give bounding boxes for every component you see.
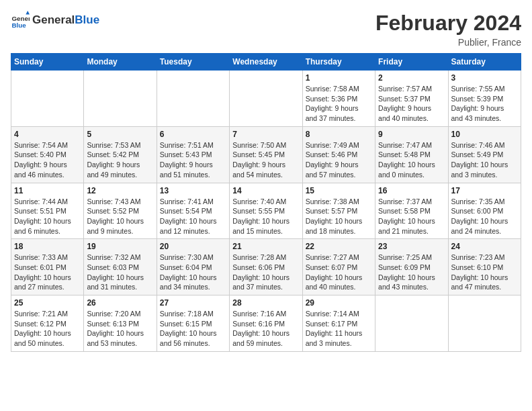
day-detail: Sunrise: 7:33 AM Sunset: 6:01 PM Dayligh… [14, 253, 81, 292]
day-number: 24 [451, 242, 518, 251]
col-friday: Friday [375, 54, 448, 71]
table-row: 27Sunrise: 7:18 AM Sunset: 6:15 PM Dayli… [157, 295, 229, 352]
col-monday: Monday [84, 54, 157, 71]
day-number: 4 [14, 130, 81, 139]
col-sunday: Sunday [11, 54, 84, 71]
day-number: 28 [232, 298, 299, 308]
table-row: 28Sunrise: 7:16 AM Sunset: 6:16 PM Dayli… [230, 295, 302, 352]
day-detail: Sunrise: 7:14 AM Sunset: 6:17 PM Dayligh… [306, 309, 372, 349]
day-detail: Sunrise: 7:41 AM Sunset: 5:54 PM Dayligh… [160, 197, 226, 236]
day-number: 23 [378, 242, 445, 251]
table-row: 26Sunrise: 7:20 AM Sunset: 6:13 PM Dayli… [84, 295, 157, 352]
day-number: 27 [160, 298, 226, 308]
day-detail: Sunrise: 7:21 AM Sunset: 6:12 PM Dayligh… [14, 309, 81, 349]
table-row: 24Sunrise: 7:23 AM Sunset: 6:10 PM Dayli… [448, 239, 521, 295]
table-row: 6Sunrise: 7:51 AM Sunset: 5:43 PM Daylig… [157, 126, 229, 183]
day-number: 25 [14, 298, 81, 308]
day-detail: Sunrise: 7:20 AM Sunset: 6:13 PM Dayligh… [87, 309, 153, 349]
table-row [11, 71, 84, 127]
day-number: 5 [87, 130, 153, 139]
svg-text:Blue: Blue [11, 21, 26, 29]
table-row: 9Sunrise: 7:47 AM Sunset: 5:48 PM Daylig… [375, 126, 448, 183]
day-detail: Sunrise: 7:47 AM Sunset: 5:48 PM Dayligh… [378, 140, 445, 180]
table-row: 18Sunrise: 7:33 AM Sunset: 6:01 PM Dayli… [11, 239, 84, 295]
logo: General Blue GeneralBlue [11, 11, 99, 30]
day-number: 21 [232, 242, 299, 251]
table-row: 15Sunrise: 7:38 AM Sunset: 5:57 PM Dayli… [302, 183, 375, 239]
table-row: 23Sunrise: 7:25 AM Sunset: 6:09 PM Dayli… [375, 239, 448, 295]
day-detail: Sunrise: 7:55 AM Sunset: 5:39 PM Dayligh… [451, 84, 518, 124]
table-row [375, 295, 448, 352]
day-number: 15 [306, 186, 372, 195]
table-row [157, 71, 229, 127]
calendar-week-row: 18Sunrise: 7:33 AM Sunset: 6:01 PM Dayli… [11, 239, 521, 295]
day-detail: Sunrise: 7:54 AM Sunset: 5:40 PM Dayligh… [14, 140, 81, 180]
day-detail: Sunrise: 7:50 AM Sunset: 5:45 PM Dayligh… [232, 140, 299, 180]
col-wednesday: Wednesday [230, 54, 302, 71]
table-row: 16Sunrise: 7:37 AM Sunset: 5:58 PM Dayli… [375, 183, 448, 239]
day-number: 19 [87, 242, 153, 251]
day-number: 11 [14, 186, 81, 195]
table-row: 2Sunrise: 7:57 AM Sunset: 5:37 PM Daylig… [375, 71, 448, 127]
day-number: 13 [160, 186, 226, 195]
col-thursday: Thursday [302, 54, 375, 71]
table-row: 20Sunrise: 7:30 AM Sunset: 6:04 PM Dayli… [157, 239, 229, 295]
calendar-header-row: Sunday Monday Tuesday Wednesday Thursday… [11, 54, 521, 71]
table-row: 1Sunrise: 7:58 AM Sunset: 5:36 PM Daylig… [302, 71, 375, 127]
day-number: 17 [451, 186, 518, 195]
day-detail: Sunrise: 7:46 AM Sunset: 5:49 PM Dayligh… [451, 140, 518, 180]
day-detail: Sunrise: 7:51 AM Sunset: 5:43 PM Dayligh… [160, 140, 226, 180]
table-row: 7Sunrise: 7:50 AM Sunset: 5:45 PM Daylig… [230, 126, 302, 183]
day-detail: Sunrise: 7:49 AM Sunset: 5:46 PM Dayligh… [306, 140, 372, 180]
day-detail: Sunrise: 7:38 AM Sunset: 5:57 PM Dayligh… [306, 197, 372, 236]
table-row: 14Sunrise: 7:40 AM Sunset: 5:55 PM Dayli… [230, 183, 302, 239]
table-row: 8Sunrise: 7:49 AM Sunset: 5:46 PM Daylig… [302, 126, 375, 183]
calendar-week-row: 4Sunrise: 7:54 AM Sunset: 5:40 PM Daylig… [11, 126, 521, 183]
table-row: 21Sunrise: 7:28 AM Sunset: 6:06 PM Dayli… [230, 239, 302, 295]
day-detail: Sunrise: 7:57 AM Sunset: 5:37 PM Dayligh… [378, 84, 445, 124]
table-row [448, 295, 521, 352]
day-detail: Sunrise: 7:44 AM Sunset: 5:51 PM Dayligh… [14, 197, 81, 236]
day-detail: Sunrise: 7:35 AM Sunset: 6:00 PM Dayligh… [451, 197, 518, 236]
day-number: 12 [87, 186, 153, 195]
day-number: 1 [306, 73, 372, 83]
day-detail: Sunrise: 7:28 AM Sunset: 6:06 PM Dayligh… [232, 253, 299, 292]
day-number: 9 [378, 130, 445, 139]
day-detail: Sunrise: 7:32 AM Sunset: 6:03 PM Dayligh… [87, 253, 153, 292]
day-detail: Sunrise: 7:23 AM Sunset: 6:10 PM Dayligh… [451, 253, 518, 292]
logo-blue: Blue [75, 13, 99, 26]
table-row: 3Sunrise: 7:55 AM Sunset: 5:39 PM Daylig… [448, 71, 521, 127]
table-row: 4Sunrise: 7:54 AM Sunset: 5:40 PM Daylig… [11, 126, 84, 183]
table-row: 13Sunrise: 7:41 AM Sunset: 5:54 PM Dayli… [157, 183, 229, 239]
day-number: 14 [232, 186, 299, 195]
month-title: February 2024 [375, 11, 521, 36]
day-number: 20 [160, 242, 226, 251]
title-area: February 2024 Publier, France [375, 11, 521, 48]
table-row: 22Sunrise: 7:27 AM Sunset: 6:07 PM Dayli… [302, 239, 375, 295]
day-detail: Sunrise: 7:27 AM Sunset: 6:07 PM Dayligh… [306, 253, 372, 292]
day-number: 3 [451, 73, 518, 83]
page-header: General Blue GeneralBlue February 2024 P… [11, 11, 521, 48]
table-row: 17Sunrise: 7:35 AM Sunset: 6:00 PM Dayli… [448, 183, 521, 239]
day-number: 8 [306, 130, 372, 139]
calendar-week-row: 11Sunrise: 7:44 AM Sunset: 5:51 PM Dayli… [11, 183, 521, 239]
day-detail: Sunrise: 7:53 AM Sunset: 5:42 PM Dayligh… [87, 140, 153, 180]
day-number: 18 [14, 242, 81, 251]
day-detail: Sunrise: 7:16 AM Sunset: 6:16 PM Dayligh… [232, 309, 299, 349]
table-row: 25Sunrise: 7:21 AM Sunset: 6:12 PM Dayli… [11, 295, 84, 352]
day-number: 7 [232, 130, 299, 139]
col-tuesday: Tuesday [157, 54, 229, 71]
day-detail: Sunrise: 7:43 AM Sunset: 5:52 PM Dayligh… [87, 197, 153, 236]
day-number: 16 [378, 186, 445, 195]
calendar-week-row: 25Sunrise: 7:21 AM Sunset: 6:12 PM Dayli… [11, 295, 521, 352]
calendar-table: Sunday Monday Tuesday Wednesday Thursday… [11, 53, 521, 352]
table-row: 19Sunrise: 7:32 AM Sunset: 6:03 PM Dayli… [84, 239, 157, 295]
day-detail: Sunrise: 7:18 AM Sunset: 6:15 PM Dayligh… [160, 309, 226, 349]
table-row: 10Sunrise: 7:46 AM Sunset: 5:49 PM Dayli… [448, 126, 521, 183]
day-detail: Sunrise: 7:40 AM Sunset: 5:55 PM Dayligh… [232, 197, 299, 236]
day-detail: Sunrise: 7:37 AM Sunset: 5:58 PM Dayligh… [378, 197, 445, 236]
day-detail: Sunrise: 7:25 AM Sunset: 6:09 PM Dayligh… [378, 253, 445, 292]
table-row: 11Sunrise: 7:44 AM Sunset: 5:51 PM Dayli… [11, 183, 84, 239]
day-number: 6 [160, 130, 226, 139]
table-row: 12Sunrise: 7:43 AM Sunset: 5:52 PM Dayli… [84, 183, 157, 239]
